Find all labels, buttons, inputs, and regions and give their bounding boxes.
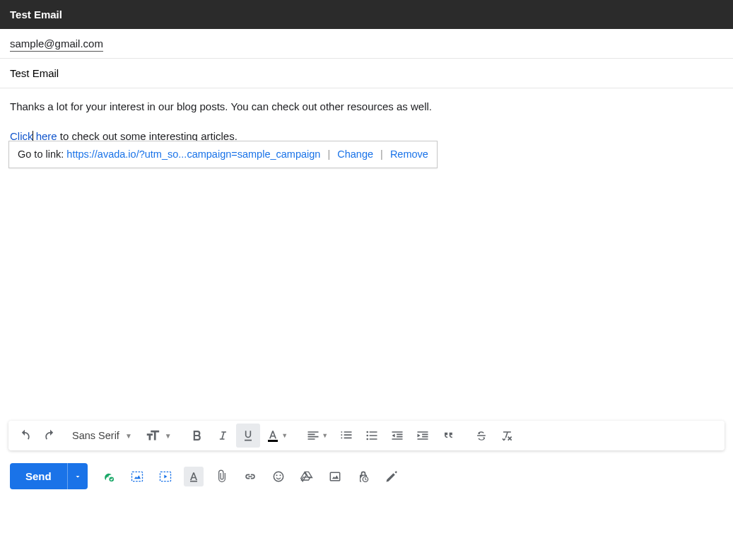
popover-change-link[interactable]: Change bbox=[337, 148, 373, 160]
bulleted-list-icon bbox=[365, 428, 379, 443]
compose-title: Test Email bbox=[10, 8, 62, 21]
popover-prefix: Go to link: bbox=[18, 148, 66, 160]
svg-point-9 bbox=[279, 474, 281, 476]
toolbar-divider bbox=[464, 428, 465, 443]
text-a-icon bbox=[187, 469, 201, 484]
indent-more-button[interactable] bbox=[411, 424, 435, 448]
popover-separator: | bbox=[380, 148, 383, 160]
clear-formatting-button[interactable] bbox=[495, 424, 519, 448]
insert-signature-button[interactable] bbox=[382, 467, 401, 486]
body-paragraph-1[interactable]: Thanks a lot for your interest in our bl… bbox=[10, 98, 723, 115]
insert-emoji-button[interactable] bbox=[269, 467, 288, 486]
link-edit-popover: Go to link: https://avada.io/?utm_so...c… bbox=[8, 141, 438, 168]
photo-icon bbox=[328, 469, 342, 484]
numbered-list-icon bbox=[339, 428, 353, 443]
compose-actions-row: Send bbox=[0, 463, 733, 499]
svg-point-7 bbox=[274, 472, 283, 481]
numbered-list-button[interactable] bbox=[334, 424, 358, 448]
quote-button[interactable] bbox=[436, 424, 460, 448]
subject-input[interactable] bbox=[10, 67, 723, 79]
toolbar-divider bbox=[180, 428, 181, 443]
popover-separator: | bbox=[327, 148, 330, 160]
video-dashed-icon bbox=[158, 469, 172, 484]
to-field-row[interactable]: sample@gmail.com bbox=[0, 29, 733, 59]
insert-photo-button[interactable] bbox=[325, 467, 345, 486]
italic-button[interactable] bbox=[211, 424, 235, 448]
emoji-icon bbox=[271, 469, 286, 484]
italic-icon bbox=[216, 428, 230, 443]
underline-button[interactable] bbox=[236, 424, 260, 448]
insert-image-inline-button[interactable] bbox=[127, 467, 147, 486]
send-options-button[interactable] bbox=[67, 463, 88, 489]
redo-icon bbox=[43, 428, 57, 443]
caret-down-icon bbox=[74, 472, 82, 481]
insert-drive-button[interactable] bbox=[297, 467, 317, 486]
send-button[interactable]: Send bbox=[10, 463, 67, 489]
caret-down-icon: ▼ bbox=[281, 432, 288, 439]
indent-less-icon bbox=[390, 428, 404, 443]
redo-button[interactable] bbox=[38, 424, 62, 448]
compose-body[interactable]: Thanks a lot for your interest in our bl… bbox=[0, 88, 733, 421]
bulleted-list-button[interactable] bbox=[360, 424, 384, 448]
toolbar-divider bbox=[297, 428, 298, 443]
quote-icon bbox=[441, 428, 455, 443]
confidential-mode-button[interactable] bbox=[353, 467, 373, 486]
font-family-value: Sans Serif bbox=[72, 430, 119, 441]
underline-icon bbox=[241, 428, 255, 443]
recipient-chip[interactable]: sample@gmail.com bbox=[10, 37, 103, 52]
strikethrough-icon bbox=[474, 428, 488, 443]
subject-field-row[interactable] bbox=[0, 59, 733, 88]
bold-icon bbox=[190, 428, 204, 443]
popover-url[interactable]: https://avada.io/?utm_so...campaign=samp… bbox=[66, 148, 320, 160]
format-toolbar: Sans Serif ▼ ▼ ▼ ▼ bbox=[8, 421, 725, 450]
caret-down-icon: ▼ bbox=[165, 432, 172, 440]
spellcheck-icon bbox=[102, 469, 116, 484]
text-style-button[interactable] bbox=[184, 467, 204, 486]
undo-icon bbox=[18, 428, 32, 443]
svg-rect-6 bbox=[190, 480, 197, 482]
indent-less-button[interactable] bbox=[385, 424, 409, 448]
font-size-icon bbox=[145, 428, 160, 443]
undo-button[interactable] bbox=[13, 424, 37, 448]
spellcheck-button[interactable] bbox=[99, 467, 119, 486]
strikethrough-button[interactable] bbox=[469, 424, 493, 448]
bold-button[interactable] bbox=[185, 424, 209, 448]
align-button[interactable]: ▼ bbox=[302, 424, 333, 448]
text-color-button[interactable]: ▼ bbox=[262, 424, 293, 448]
popover-remove-link[interactable]: Remove bbox=[390, 148, 428, 160]
indent-more-icon bbox=[416, 428, 430, 443]
svg-rect-4 bbox=[131, 472, 142, 481]
svg-point-0 bbox=[366, 431, 368, 433]
drive-icon bbox=[300, 469, 314, 484]
align-left-icon bbox=[306, 428, 320, 443]
font-size-select[interactable]: ▼ bbox=[141, 424, 176, 448]
image-dashed-icon bbox=[130, 469, 144, 484]
compose-header: Test Email bbox=[0, 0, 733, 29]
pen-icon bbox=[385, 469, 399, 484]
caret-down-icon: ▼ bbox=[322, 432, 328, 439]
svg-rect-10 bbox=[330, 472, 339, 481]
attach-file-button[interactable] bbox=[212, 467, 232, 486]
svg-point-8 bbox=[276, 474, 277, 476]
lock-clock-icon bbox=[356, 469, 370, 484]
link-icon bbox=[243, 469, 257, 484]
font-family-select[interactable]: Sans Serif ▼ bbox=[64, 424, 139, 448]
paperclip-icon bbox=[215, 469, 229, 484]
compose-bottom-toolbar bbox=[99, 467, 401, 486]
clear-formatting-icon bbox=[500, 428, 514, 443]
caret-down-icon: ▼ bbox=[125, 432, 132, 440]
insert-video-inline-button[interactable] bbox=[156, 467, 175, 486]
svg-point-1 bbox=[366, 435, 368, 437]
send-button-group: Send bbox=[10, 463, 88, 489]
svg-point-2 bbox=[366, 438, 368, 441]
insert-link-button[interactable] bbox=[240, 467, 260, 486]
